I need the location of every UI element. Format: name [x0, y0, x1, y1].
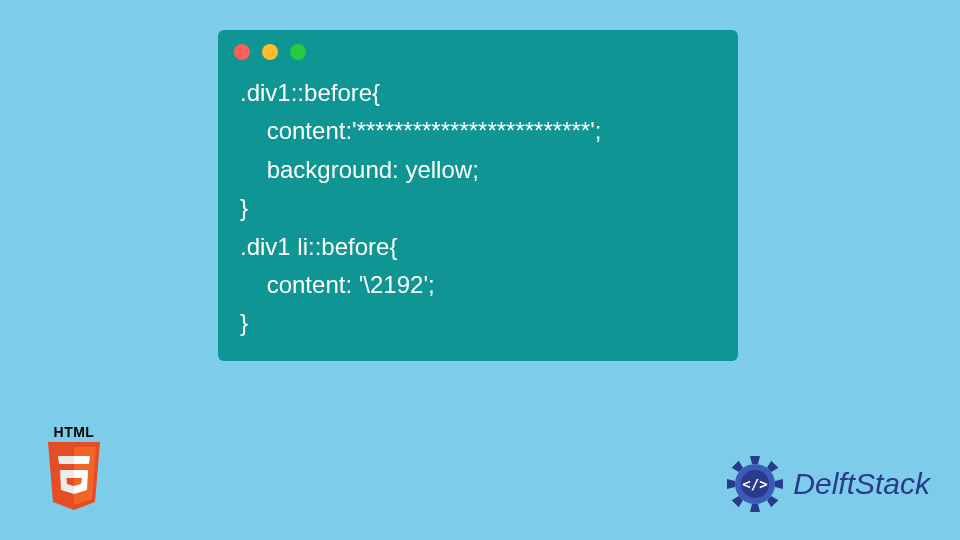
svg-marker-2	[727, 479, 735, 489]
svg-marker-3	[775, 479, 783, 489]
code-line: .div1 li::before{	[240, 228, 716, 266]
minimize-icon	[262, 44, 278, 60]
html5-badge: HTML	[36, 424, 112, 518]
svg-text:</>: </>	[743, 476, 768, 492]
brand-logo-group: </> DelftStack	[725, 454, 930, 514]
window-titlebar	[218, 30, 738, 68]
code-line: .div1::before{	[240, 74, 716, 112]
code-window: .div1::before{ content:'****************…	[218, 30, 738, 361]
code-line: content: '\2192';	[240, 266, 716, 304]
html5-shield-icon	[42, 442, 106, 514]
delftstack-gear-icon: </>	[725, 454, 785, 514]
code-line: background: yellow;	[240, 151, 716, 189]
brand-name: DelftStack	[793, 467, 930, 501]
code-line: }	[240, 189, 716, 227]
close-icon	[234, 44, 250, 60]
code-block: .div1::before{ content:'****************…	[218, 68, 738, 343]
code-line: content:'*************************';	[240, 112, 716, 150]
maximize-icon	[290, 44, 306, 60]
html5-label: HTML	[36, 424, 112, 440]
code-line: }	[240, 304, 716, 342]
svg-marker-1	[750, 504, 760, 512]
svg-marker-0	[750, 456, 760, 464]
